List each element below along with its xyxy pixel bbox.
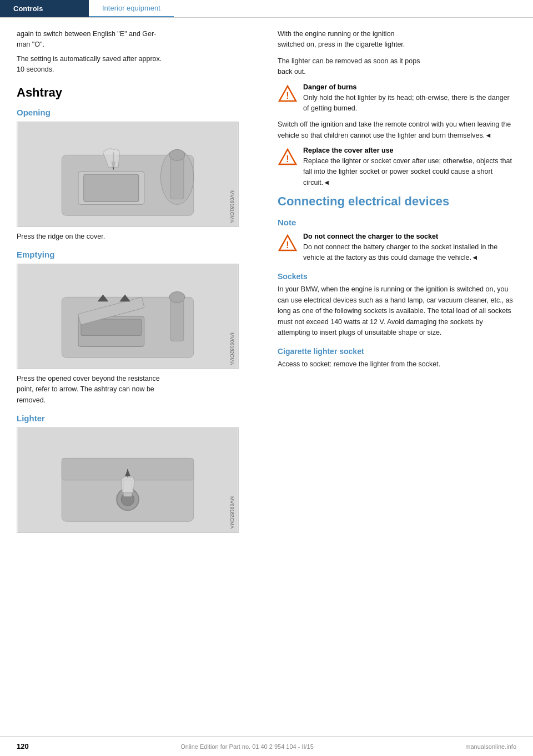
warning-burns-text: Only hold the hot lighter by its head; o… — [303, 93, 516, 114]
emptying-diagram: MV09182CMA — [17, 264, 239, 369]
note-warning-icon: ! — [278, 234, 298, 254]
cig-socket-title: Cigarette lighter socket — [278, 347, 516, 356]
warning-cover-title: Replace the cover after use — [303, 147, 516, 154]
warning-cover-text: Replace the lighter or socket cover afte… — [303, 156, 516, 188]
note-title: Note — [278, 218, 516, 227]
intro-line4: 10 seconds. — [17, 64, 261, 75]
header-controls-tab[interactable]: Controls — [0, 0, 89, 17]
header-section-tab[interactable]: Interior equipment — [89, 0, 174, 17]
sockets-text: In your BMW, when the engine is running … — [278, 284, 516, 338]
emptying-body: Press the opened cover beyond the resist… — [17, 374, 261, 406]
svg-rect-6 — [84, 174, 139, 201]
note-warning-content: Do not connect the charger to the socket… — [303, 233, 516, 264]
cig-socket-text: Access to socket: remove the lighter fro… — [278, 359, 516, 370]
warning-burns-title: Danger of burns — [303, 83, 516, 91]
svg-text:!: ! — [286, 240, 289, 250]
emptying-image-label: MV09182CMA — [229, 332, 235, 365]
lighter-image-label: MV09183CMA — [229, 496, 235, 529]
page-number: 120 — [17, 742, 29, 750]
opening-title: Opening — [17, 108, 261, 117]
svg-point-12 — [169, 291, 185, 303]
right-column: With the engine running or the ignition … — [278, 29, 516, 537]
page-footer: 120 Online Edition for Part no. 01 40 2 … — [0, 736, 533, 756]
footer-site: manualsonline.info — [465, 743, 516, 750]
lighter-title: Lighter — [17, 414, 261, 423]
warning-cover-content: Replace the cover after use Replace the … — [303, 147, 516, 188]
switch-text: Switch off the ignition and take the rem… — [278, 119, 516, 141]
note-warning-title: Do not connect the charger to the socket — [303, 233, 516, 240]
intro-line1: again to switch between English "E" and … — [17, 29, 261, 39]
section-label: Interior equipment — [102, 4, 160, 12]
opening-body: Press the ridge on the cover. — [17, 231, 261, 242]
note-warning-block: ! Do not connect the charger to the sock… — [278, 233, 516, 264]
opening-diagram: MV09181CMA — [17, 122, 239, 227]
warning-cover-block: ! Replace the cover after use Replace th… — [278, 147, 516, 188]
svg-text:!: ! — [286, 91, 289, 100]
lighter-diagram: MV09183CMA — [17, 427, 239, 533]
lighter-body2: The lighter can be removed as soon as it… — [278, 56, 516, 78]
svg-point-4 — [169, 149, 185, 160]
opening-image-label: MV09181CMA — [229, 190, 235, 223]
note-warning-text: Do not connect the battery charger to th… — [303, 242, 516, 264]
svg-rect-11 — [170, 297, 184, 341]
lighter-body: With the engine running or the ignition … — [278, 29, 516, 51]
intro-text: again to switch between English "E" and … — [17, 29, 261, 75]
warning-cover-icon: ! — [278, 148, 298, 168]
emptying-title: Emptying — [17, 250, 261, 259]
warning-burns-content: Danger of burns Only hold the hot lighte… — [303, 83, 516, 114]
ashtray-title: Ashtray — [17, 85, 261, 100]
main-content: again to switch between English "E" and … — [0, 18, 533, 548]
intro-line2: man "O". — [17, 39, 261, 50]
svg-text:!: ! — [286, 154, 289, 164]
svg-rect-3 — [170, 155, 184, 199]
warning-burns-icon: ! — [278, 84, 298, 104]
page-header: Controls Interior equipment — [0, 0, 533, 18]
warning-burns-block: ! Danger of burns Only hold the hot ligh… — [278, 83, 516, 114]
footer-edition: Online Edition for Part no. 01 40 2 954 … — [180, 743, 314, 750]
controls-label: Controls — [13, 4, 43, 13]
left-column: again to switch between English "E" and … — [17, 29, 261, 537]
sockets-title: Sockets — [278, 272, 516, 281]
intro-line3: The setting is automatically saved after… — [17, 54, 261, 64]
connecting-title: Connecting electrical devices — [278, 194, 516, 210]
